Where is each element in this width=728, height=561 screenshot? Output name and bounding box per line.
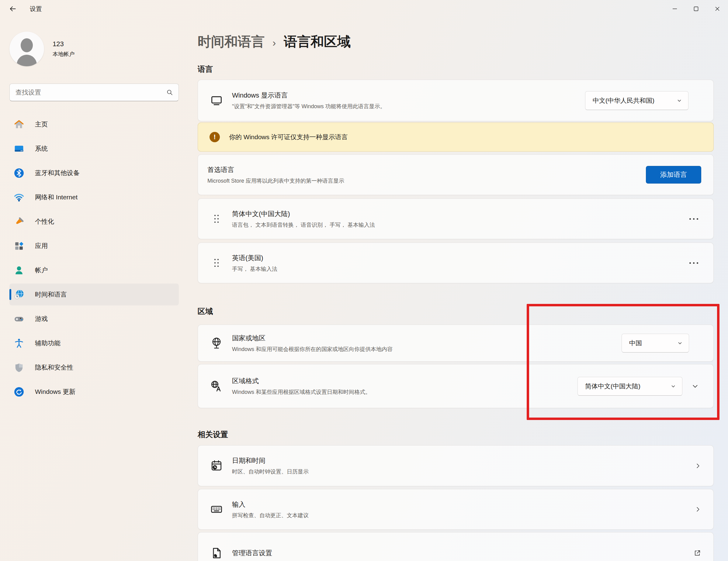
minimize-button[interactable]	[664, 0, 685, 18]
sidebar-item-label: 隐私和安全性	[35, 363, 73, 372]
language-name: 简体中文(中国大陆)	[232, 210, 680, 219]
sidebar-nav: 主页 系统 蓝牙和其他设备 网络和 Internet 个性化	[9, 113, 179, 403]
personalization-icon	[13, 216, 25, 227]
add-language-button[interactable]: 添加语言	[646, 166, 701, 184]
sidebar-item-personalization[interactable]: 个性化	[9, 211, 179, 233]
country-region-title: 国家或地区	[232, 334, 622, 343]
time-language-icon	[13, 289, 25, 300]
country-region-subtitle: Windows 和应用可能会根据你所在的国家或地区向你提供本地内容	[232, 345, 622, 353]
sidebar-item-system[interactable]: 系统	[9, 138, 179, 160]
language-features: 语言包， 文本到语音转换， 语音识别， 手写， 基本输入法	[232, 221, 680, 229]
maximize-button[interactable]	[685, 0, 707, 18]
search-icon	[166, 89, 173, 96]
typing-subtitle: 拼写检查、自动更正、文本建议	[232, 512, 688, 519]
back-arrow-icon	[9, 5, 17, 13]
date-time-title: 日期和时间	[232, 456, 688, 465]
account-name: 123	[53, 40, 75, 48]
expand-row-button[interactable]	[689, 383, 701, 390]
sidebar-item-label: 帐户	[35, 266, 48, 275]
home-icon	[13, 119, 25, 130]
window-controls	[664, 0, 728, 18]
sidebar: 123 本地帐户 主页 系统 蓝牙和其他设备	[0, 18, 189, 561]
privacy-icon	[13, 362, 25, 373]
sidebar-item-time-language[interactable]: 时间和语言	[9, 283, 179, 305]
translate-globe-icon	[210, 379, 224, 393]
search-input[interactable]	[9, 84, 179, 101]
sidebar-item-home[interactable]: 主页	[9, 113, 179, 135]
preferred-languages-title: 首选语言	[207, 165, 646, 175]
language-name: 英语(美国)	[232, 254, 680, 263]
date-time-subtitle: 时区、自动时钟设置、日历显示	[232, 468, 688, 475]
account-profile[interactable]: 123 本地帐户	[9, 32, 189, 66]
sidebar-item-accessibility[interactable]: 辅助功能	[9, 332, 179, 354]
drag-handle-icon[interactable]	[210, 215, 224, 223]
regional-format-value: 简体中文(中国大陆)	[585, 382, 640, 390]
sidebar-item-privacy[interactable]: 隐私和安全性	[9, 356, 179, 378]
language-row-en: 英语(美国) 手写， 基本输入法	[198, 243, 714, 283]
accounts-icon	[13, 265, 25, 276]
display-language-title: Windows 显示语言	[232, 91, 585, 100]
sidebar-item-windows-update[interactable]: Windows 更新	[9, 381, 179, 403]
sidebar-item-apps[interactable]: 应用	[9, 235, 179, 257]
gaming-icon	[13, 313, 25, 324]
chevron-down-icon	[671, 383, 676, 389]
display-icon	[210, 94, 224, 107]
breadcrumb: 时间和语言 › 语言和区域	[198, 33, 714, 51]
language-settings-doc-icon	[210, 546, 224, 560]
drag-handle-icon[interactable]	[210, 259, 224, 267]
typing-row[interactable]: 输入 拼写检查、自动更正、文本建议	[198, 489, 714, 530]
chevron-right-icon	[695, 462, 701, 469]
preferred-languages-row: 首选语言 Microsoft Store 应用将以此列表中支持的第一种语言显示 …	[198, 154, 714, 195]
external-link-icon	[693, 549, 701, 557]
accessibility-icon	[13, 338, 25, 349]
close-button[interactable]	[707, 0, 728, 18]
display-language-subtitle: "设置"和"文件资源管理器"等 Windows 功能将使用此语言显示。	[232, 103, 585, 110]
sidebar-item-label: 系统	[35, 144, 48, 153]
sidebar-item-gaming[interactable]: 游戏	[9, 308, 179, 330]
typing-title: 输入	[232, 500, 688, 509]
app-title: 设置	[30, 5, 42, 13]
sidebar-item-network[interactable]: 网络和 Internet	[9, 186, 179, 208]
more-options-button[interactable]	[686, 258, 701, 268]
sidebar-item-bluetooth[interactable]: 蓝牙和其他设备	[9, 162, 179, 184]
regional-format-row: 区域格式 Windows 和某些应用根据区域格式设置日期和时间格式。 简体中文(…	[198, 364, 714, 408]
display-language-dropdown[interactable]: 中文(中华人民共和国)	[585, 91, 688, 110]
sidebar-item-accounts[interactable]: 帐户	[9, 259, 179, 281]
admin-language-row[interactable]: 管理语言设置	[198, 532, 714, 561]
preferred-languages-subtitle: Microsoft Store 应用将以此列表中支持的第一种语言显示	[207, 177, 646, 185]
sidebar-item-label: 辅助功能	[35, 339, 61, 347]
regional-format-title: 区域格式	[232, 376, 577, 386]
warning-text: 你的 Windows 许可证仅支持一种显示语言	[229, 133, 348, 141]
sidebar-item-label: 应用	[35, 242, 48, 250]
regional-format-dropdown[interactable]: 简体中文(中国大陆)	[577, 377, 682, 396]
section-label-language: 语言	[198, 64, 714, 74]
chevron-right-icon	[695, 506, 701, 513]
titlebar: 设置	[0, 0, 728, 18]
country-region-dropdown[interactable]: 中国	[622, 334, 689, 352]
sidebar-item-label: 网络和 Internet	[35, 193, 78, 202]
globe-icon	[210, 336, 224, 350]
account-type: 本地帐户	[53, 50, 75, 58]
page-title: 语言和区域	[284, 33, 351, 51]
bluetooth-icon	[13, 168, 25, 179]
network-icon	[13, 192, 25, 203]
system-icon	[13, 143, 25, 154]
chevron-down-icon	[692, 383, 699, 390]
display-language-row: Windows 显示语言 "设置"和"文件资源管理器"等 Windows 功能将…	[198, 80, 714, 121]
avatar	[9, 32, 44, 66]
admin-language-title: 管理语言设置	[232, 549, 687, 558]
sidebar-item-label: Windows 更新	[35, 387, 75, 396]
date-time-row[interactable]: 日期和时间 时区、自动时钟设置、日历显示	[198, 445, 714, 486]
language-features: 手写， 基本输入法	[232, 265, 680, 273]
breadcrumb-separator-icon: ›	[272, 35, 276, 49]
chevron-down-icon	[677, 98, 682, 103]
display-language-value: 中文(中华人民共和国)	[593, 96, 654, 105]
sidebar-item-label: 时间和语言	[35, 290, 67, 299]
country-region-value: 中国	[629, 339, 642, 347]
calendar-clock-icon	[210, 459, 224, 473]
more-options-button[interactable]	[686, 214, 701, 224]
back-button[interactable]	[3, 2, 23, 16]
section-label-related: 相关设置	[198, 429, 714, 439]
keyboard-icon	[210, 503, 224, 516]
breadcrumb-parent[interactable]: 时间和语言	[198, 33, 265, 51]
